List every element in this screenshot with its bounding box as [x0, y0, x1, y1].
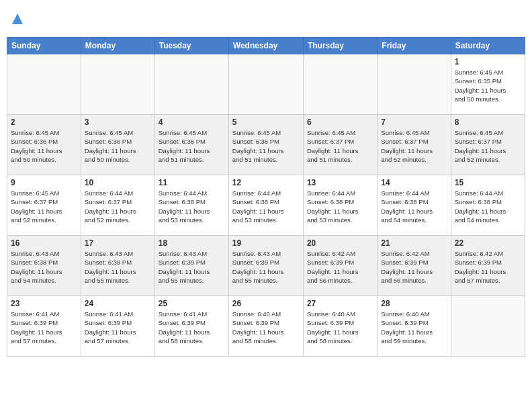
- calendar-day-cell: [451, 296, 525, 357]
- calendar-day-cell: 10Sunrise: 6:44 AM Sunset: 6:37 PM Dayli…: [81, 175, 154, 236]
- day-info: Sunrise: 6:45 AM Sunset: 6:37 PM Dayligh…: [455, 128, 521, 164]
- calendar-day-cell: 2Sunrise: 6:45 AM Sunset: 6:36 PM Daylig…: [7, 115, 81, 175]
- day-number: 28: [381, 299, 447, 308]
- day-number: 21: [381, 238, 447, 248]
- calendar-week-row: 1Sunrise: 6:45 AM Sunset: 6:35 PM Daylig…: [7, 54, 525, 115]
- calendar-day-cell: 24Sunrise: 6:41 AM Sunset: 6:39 PM Dayli…: [81, 296, 154, 357]
- day-number: 1: [455, 57, 521, 66]
- day-info: Sunrise: 6:45 AM Sunset: 6:36 PM Dayligh…: [85, 128, 151, 164]
- day-info: Sunrise: 6:41 AM Sunset: 6:39 PM Dayligh…: [85, 310, 151, 345]
- day-info: Sunrise: 6:45 AM Sunset: 6:37 PM Dayligh…: [11, 189, 77, 224]
- day-info: Sunrise: 6:44 AM Sunset: 6:38 PM Dayligh…: [455, 189, 521, 224]
- calendar-day-cell: 17Sunrise: 6:43 AM Sunset: 6:38 PM Dayli…: [81, 236, 154, 296]
- day-info: Sunrise: 6:40 AM Sunset: 6:39 PM Dayligh…: [232, 310, 300, 345]
- day-info: Sunrise: 6:44 AM Sunset: 6:38 PM Dayligh…: [307, 189, 373, 224]
- day-info: Sunrise: 6:45 AM Sunset: 6:37 PM Dayligh…: [381, 128, 447, 164]
- day-number: 7: [381, 118, 447, 127]
- day-info: Sunrise: 6:44 AM Sunset: 6:37 PM Dayligh…: [85, 189, 151, 224]
- calendar-day-cell: 16Sunrise: 6:43 AM Sunset: 6:38 PM Dayli…: [7, 236, 81, 296]
- calendar-day-cell: 23Sunrise: 6:41 AM Sunset: 6:39 PM Dayli…: [7, 296, 81, 357]
- day-info: Sunrise: 6:44 AM Sunset: 6:38 PM Dayligh…: [232, 189, 300, 224]
- calendar-day-cell: 25Sunrise: 6:41 AM Sunset: 6:39 PM Dayli…: [154, 296, 228, 357]
- calendar-day-cell: [228, 54, 303, 115]
- calendar-day-cell: 20Sunrise: 6:42 AM Sunset: 6:39 PM Dayli…: [303, 236, 377, 296]
- day-number: 2: [11, 118, 77, 127]
- calendar-table: SundayMondayTuesdayWednesdayThursdayFrid…: [7, 37, 525, 357]
- calendar-day-cell: 4Sunrise: 6:45 AM Sunset: 6:36 PM Daylig…: [154, 115, 228, 175]
- calendar-week-row: 2Sunrise: 6:45 AM Sunset: 6:36 PM Daylig…: [7, 115, 525, 175]
- calendar-day-cell: 22Sunrise: 6:42 AM Sunset: 6:39 PM Dayli…: [451, 236, 525, 296]
- day-number: 10: [85, 178, 151, 187]
- day-number: 15: [455, 178, 521, 187]
- day-number: 23: [11, 299, 77, 308]
- page-header: [7, 7, 525, 34]
- weekday-header: Monday: [81, 38, 154, 54]
- day-info: Sunrise: 6:42 AM Sunset: 6:39 PM Dayligh…: [455, 249, 521, 285]
- weekday-header: Tuesday: [154, 38, 228, 54]
- day-number: 18: [159, 238, 225, 248]
- day-info: Sunrise: 6:40 AM Sunset: 6:39 PM Dayligh…: [307, 310, 373, 345]
- calendar-day-cell: 21Sunrise: 6:42 AM Sunset: 6:39 PM Dayli…: [378, 236, 451, 296]
- calendar-day-cell: [378, 54, 451, 115]
- day-info: Sunrise: 6:44 AM Sunset: 6:38 PM Dayligh…: [159, 189, 225, 224]
- calendar-day-cell: 12Sunrise: 6:44 AM Sunset: 6:38 PM Dayli…: [228, 175, 303, 236]
- day-number: 26: [232, 299, 300, 308]
- day-number: 12: [232, 178, 300, 187]
- calendar-day-cell: 6Sunrise: 6:45 AM Sunset: 6:37 PM Daylig…: [303, 115, 377, 175]
- day-number: 17: [85, 238, 151, 248]
- weekday-header: Wednesday: [228, 38, 303, 54]
- calendar-day-cell: 18Sunrise: 6:43 AM Sunset: 6:39 PM Dayli…: [154, 236, 228, 296]
- weekday-header-row: SundayMondayTuesdayWednesdayThursdayFrid…: [7, 38, 525, 54]
- day-info: Sunrise: 6:45 AM Sunset: 6:36 PM Dayligh…: [159, 128, 225, 164]
- day-number: 6: [307, 118, 373, 127]
- day-number: 24: [85, 299, 151, 308]
- calendar-day-cell: [154, 54, 228, 115]
- calendar-day-cell: [81, 54, 154, 115]
- calendar-day-cell: 11Sunrise: 6:44 AM Sunset: 6:38 PM Dayli…: [154, 175, 228, 236]
- calendar-day-cell: 19Sunrise: 6:43 AM Sunset: 6:39 PM Dayli…: [228, 236, 303, 296]
- day-info: Sunrise: 6:42 AM Sunset: 6:39 PM Dayligh…: [307, 249, 373, 285]
- calendar-day-cell: 15Sunrise: 6:44 AM Sunset: 6:38 PM Dayli…: [451, 175, 525, 236]
- calendar-week-row: 16Sunrise: 6:43 AM Sunset: 6:38 PM Dayli…: [7, 236, 525, 296]
- calendar-day-cell: 26Sunrise: 6:40 AM Sunset: 6:39 PM Dayli…: [228, 296, 303, 357]
- day-number: 20: [307, 238, 373, 248]
- day-number: 22: [455, 238, 521, 248]
- day-info: Sunrise: 6:43 AM Sunset: 6:39 PM Dayligh…: [159, 249, 225, 285]
- calendar-day-cell: 27Sunrise: 6:40 AM Sunset: 6:39 PM Dayli…: [303, 296, 377, 357]
- day-info: Sunrise: 6:41 AM Sunset: 6:39 PM Dayligh…: [159, 310, 225, 345]
- calendar-week-row: 23Sunrise: 6:41 AM Sunset: 6:39 PM Dayli…: [7, 296, 525, 357]
- day-info: Sunrise: 6:45 AM Sunset: 6:36 PM Dayligh…: [11, 128, 77, 164]
- day-number: 3: [85, 118, 151, 127]
- day-info: Sunrise: 6:44 AM Sunset: 6:38 PM Dayligh…: [381, 189, 447, 224]
- calendar-day-cell: 5Sunrise: 6:45 AM Sunset: 6:36 PM Daylig…: [228, 115, 303, 175]
- weekday-header: Saturday: [451, 38, 525, 54]
- day-info: Sunrise: 6:40 AM Sunset: 6:39 PM Dayligh…: [381, 310, 447, 345]
- day-info: Sunrise: 6:43 AM Sunset: 6:39 PM Dayligh…: [232, 249, 300, 285]
- weekday-header: Thursday: [303, 38, 377, 54]
- calendar-day-cell: 13Sunrise: 6:44 AM Sunset: 6:38 PM Dayli…: [303, 175, 377, 236]
- day-info: Sunrise: 6:45 AM Sunset: 6:35 PM Dayligh…: [455, 68, 521, 103]
- day-number: 5: [232, 118, 300, 127]
- day-number: 25: [159, 299, 225, 308]
- day-number: 13: [307, 178, 373, 187]
- day-info: Sunrise: 6:43 AM Sunset: 6:38 PM Dayligh…: [85, 249, 151, 285]
- day-info: Sunrise: 6:45 AM Sunset: 6:37 PM Dayligh…: [307, 128, 373, 164]
- logo: [9, 12, 24, 29]
- day-number: 14: [381, 178, 447, 187]
- day-number: 4: [159, 118, 225, 127]
- day-number: 19: [232, 238, 300, 248]
- calendar-day-cell: 1Sunrise: 6:45 AM Sunset: 6:35 PM Daylig…: [451, 54, 525, 115]
- svg-marker-0: [12, 13, 23, 24]
- weekday-header: Sunday: [7, 38, 81, 54]
- day-info: Sunrise: 6:41 AM Sunset: 6:39 PM Dayligh…: [11, 310, 77, 345]
- calendar-day-cell: 8Sunrise: 6:45 AM Sunset: 6:37 PM Daylig…: [451, 115, 525, 175]
- day-info: Sunrise: 6:45 AM Sunset: 6:36 PM Dayligh…: [232, 128, 300, 164]
- day-number: 27: [307, 299, 373, 308]
- day-number: 11: [159, 178, 225, 187]
- calendar-day-cell: [303, 54, 377, 115]
- calendar-day-cell: 28Sunrise: 6:40 AM Sunset: 6:39 PM Dayli…: [378, 296, 451, 357]
- weekday-header: Friday: [378, 38, 451, 54]
- calendar-day-cell: [7, 54, 81, 115]
- day-number: 9: [11, 178, 77, 187]
- calendar-day-cell: 3Sunrise: 6:45 AM Sunset: 6:36 PM Daylig…: [81, 115, 154, 175]
